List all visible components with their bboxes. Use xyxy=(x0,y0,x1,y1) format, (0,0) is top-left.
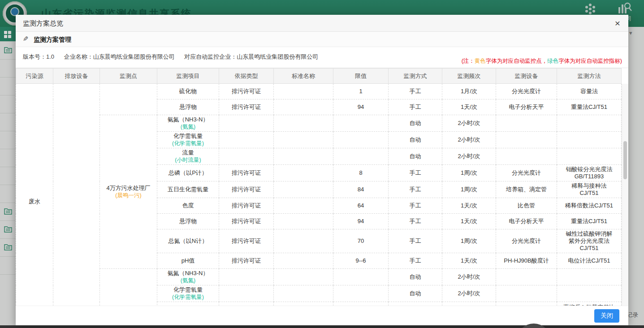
cell-basis-type: 排污许可证 xyxy=(219,214,274,229)
cell-monitoring-device xyxy=(496,148,557,165)
close-icon[interactable]: × xyxy=(615,17,620,29)
cell-monitoring-device xyxy=(496,285,557,302)
cell-monitoring-device: 比色管 xyxy=(496,198,557,214)
pen-icon: ✎ xyxy=(23,35,29,43)
cell-standard-name xyxy=(274,84,333,99)
cell-standard-name xyxy=(274,181,333,198)
cell-basis-type: 排污许可证 xyxy=(219,84,274,99)
cell-monitoring-method: 碱性过硫酸钾消解 紫外分光光度法 CJ/T51 xyxy=(557,229,622,253)
cell-basis-type: 排污许可证 xyxy=(219,165,274,181)
cell-monitoring-device: 分光光度计 xyxy=(496,84,557,99)
cell-monitoring-mode: 自动 xyxy=(389,269,442,285)
cell-limit: 94 xyxy=(333,214,389,229)
modal-footer: 关闭 xyxy=(16,306,628,325)
cell-monitoring-method: 稀释倍数法CJ/T51 xyxy=(557,198,622,214)
cell-monitoring-frequency: 2小时/次 xyxy=(442,148,496,165)
cell-monitoring-point xyxy=(100,269,157,306)
cell-monitoring-device: 分光光度计 xyxy=(496,302,557,306)
info-row: 版本号：1.0 企业名称：山东晨鸣纸业集团股份有限公司 对应自动监控企业：山东晨… xyxy=(16,47,628,68)
column-header: 监测方法 xyxy=(557,69,622,84)
cell-limit xyxy=(333,132,389,148)
cell-monitoring-method: 稀释与接种法 CJ/T51 xyxy=(557,181,622,198)
cell-limit xyxy=(333,285,389,302)
item-auto-indicator-tag: (化学需氧量) xyxy=(159,293,217,301)
cell-limit: 64 xyxy=(333,198,389,214)
cell-monitoring-mode: 手工 xyxy=(389,214,442,229)
cell-monitoring-item: 硫化物 xyxy=(157,84,219,99)
cell-monitoring-frequency: 2小时/次 xyxy=(442,115,496,132)
cell-monitoring-frequency: 1周/次 xyxy=(442,229,496,253)
cell-monitoring-frequency: 2小时/次 xyxy=(442,269,496,285)
cell-monitoring-method: 重量法CJ/T51 xyxy=(557,214,622,229)
column-header: 监测点 xyxy=(100,69,157,84)
column-header: 监测设备 xyxy=(496,69,557,84)
cell-basis-type xyxy=(219,148,274,165)
modal-title: 监测方案总览 xyxy=(16,15,628,32)
cell-monitoring-method xyxy=(557,115,622,132)
column-header: 排放设备 xyxy=(53,69,100,84)
close-button[interactable]: 关闭 xyxy=(594,309,619,323)
cell-basis-type xyxy=(219,269,274,285)
cell-monitoring-frequency: 2小时/次 xyxy=(442,285,496,302)
cell-standard-name xyxy=(274,285,333,302)
cell-standard-name xyxy=(274,165,333,181)
cell-monitoring-item: 五日生化需氧量 xyxy=(157,181,219,198)
cell-monitoring-method xyxy=(557,285,622,302)
cell-standard-name xyxy=(274,229,333,253)
monitoring-plan-table: 污染源排放设备监测点监测项目依据类型标准名称限值监测方式监测频次监测设备监测方法… xyxy=(16,68,622,306)
monitoring-plan-modal: 监测方案总览 × ✎ 监测方案管理 版本号：1.0 企业名称：山东晨鸣纸业集团股… xyxy=(16,15,628,325)
column-header: 限值 xyxy=(333,69,389,84)
cell-monitoring-item: 悬浮物 xyxy=(157,214,219,229)
cell-monitoring-item: 化学需氧量(化学需氧量) xyxy=(157,285,219,302)
cell-monitoring-method: 电位计法CJ/T51 xyxy=(557,253,622,269)
cell-basis-type: 排污许可证 xyxy=(219,181,274,198)
cell-monitoring-device: 分光光度计 xyxy=(496,165,557,181)
cell-standard-name xyxy=(274,148,333,165)
scrollbar-thumb[interactable] xyxy=(623,141,627,179)
cell-monitoring-device xyxy=(496,132,557,148)
item-auto-indicator-tag: (化学需氧量) xyxy=(159,140,217,147)
cell-basis-type: 排污许可证 xyxy=(219,99,274,115)
cell-monitoring-device xyxy=(496,269,557,285)
cell-monitoring-mode: 手工 xyxy=(389,198,442,214)
cell-monitoring-method: 重量法CJ/T51 xyxy=(557,99,622,115)
section-bar: ✎ 监测方案管理 xyxy=(16,32,628,47)
cell-monitoring-device: 电子分析天平 xyxy=(496,99,557,115)
cell-monitoring-mode: 自动 xyxy=(389,115,442,132)
cell-monitoring-point: 4万方污水处理厂(晨鸣一污) xyxy=(100,115,157,269)
cell-monitoring-mode: 手工 xyxy=(389,302,442,306)
cell-monitoring-device: 培养箱、滴定管 xyxy=(496,181,557,198)
green-word: 绿色 xyxy=(547,58,558,64)
cell-standard-name xyxy=(274,214,333,229)
cell-limit: 1 xyxy=(333,302,389,306)
column-header: 依据类型 xyxy=(219,69,274,84)
cell-monitoring-method: 钼酸铵分光光度法 GB/T11893 xyxy=(557,165,622,181)
cell-monitoring-mode: 自动 xyxy=(389,132,442,148)
cell-monitoring-mode: 手工 xyxy=(389,84,442,99)
column-header: 监测频次 xyxy=(442,69,496,84)
cell-monitoring-item: 总磷（以P计） xyxy=(157,165,219,181)
cell-monitoring-item: 挥发酚 xyxy=(157,302,219,306)
cell-monitoring-item: 色度 xyxy=(157,198,219,214)
cell-monitoring-frequency: 1月/次 xyxy=(442,84,496,99)
cell-limit xyxy=(333,115,389,132)
cell-limit xyxy=(333,269,389,285)
cell-monitoring-method xyxy=(557,148,622,165)
cell-monitoring-item: 化学需氧量(化学需氧量) xyxy=(157,132,219,148)
scrollbar[interactable] xyxy=(622,84,628,306)
cell-limit: 94 xyxy=(333,99,389,115)
yellow-word: 黄色 xyxy=(475,58,486,64)
cell-monitoring-method: 蒸馏后4-氨基安替比 林分光光度法 xyxy=(557,302,622,306)
table-row: 氨氮（NH3-N）(氨氮)自动2小时/次 xyxy=(16,269,622,285)
cell-monitoring-device: 电子分析天平 xyxy=(496,214,557,229)
cell-monitoring-mode: 手工 xyxy=(389,181,442,198)
modal-header: 监测方案总览 × xyxy=(16,15,628,32)
column-header: 污染源 xyxy=(16,69,53,84)
item-auto-indicator-tag: (氨氮) xyxy=(159,123,217,130)
cell-monitoring-mode: 手工 xyxy=(389,99,442,115)
cell-monitoring-mode: 自动 xyxy=(389,285,442,302)
cell-monitoring-frequency: 1周/次 xyxy=(442,181,496,198)
cell-limit: 70 xyxy=(333,229,389,253)
cell-monitoring-frequency: 1天/次 xyxy=(442,99,496,115)
screen: 山东省污染源监测信息共享系统 查询 xyxy=(0,0,644,328)
